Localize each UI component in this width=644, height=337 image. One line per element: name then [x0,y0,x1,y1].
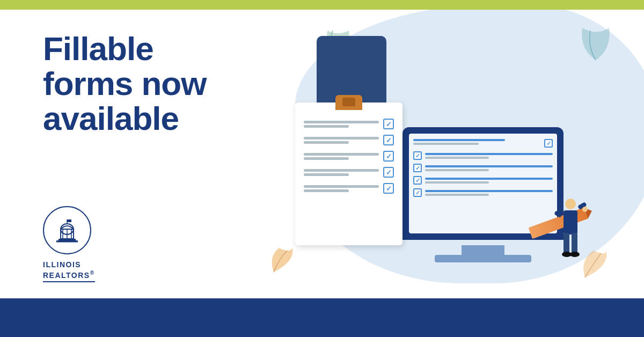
logo-title-line2: REALTORS® [43,269,95,280]
monitor-line [425,190,553,192]
form-row-2: ✓ [304,135,394,145]
monitor-checkbox-3: ✓ [413,176,422,185]
monitor-checkbox-4: ✓ [413,188,422,197]
form-line [304,169,379,172]
monitor-line [413,143,479,145]
checkmark-5: ✓ [386,185,392,192]
monitor-lines [425,153,553,159]
monitor-checkmark-4: ✓ [415,189,420,196]
monitor-checkbox-2: ✓ [413,164,422,172]
form-row-1: ✓ [304,119,394,129]
logo-underline [43,281,95,282]
logo-title-line1: ILLINOIS [43,260,95,269]
svg-point-11 [565,199,576,209]
logo-capitol-icon [51,214,83,246]
person-figure [552,194,589,264]
headline-line3: available [43,100,179,137]
monitor-checkmark-3: ✓ [415,177,420,184]
main-content: Fillable forms now available [0,10,644,298]
form-line [304,137,379,140]
form-line-short [304,173,349,176]
monitor-form-row-3: ✓ [413,176,553,185]
form-line-short [304,189,349,192]
monitor-line [413,139,505,141]
monitor-form-row-2: ✓ [413,164,553,172]
logo-text-block: ILLINOIS REALTORS® [43,260,95,282]
monitor-form-row-1: ✓ [413,151,553,160]
headline-text: Fillable forms now available [43,31,225,136]
form-line [304,121,379,123]
svg-point-16 [570,252,580,257]
monitor-checkmark-1: ✓ [415,152,420,159]
clipboard-board: ✓ ✓ [295,102,402,245]
logo-circle [43,206,91,254]
svg-rect-5 [67,219,71,222]
monitor-line-short [425,194,489,196]
headline-line2: forms now [43,65,206,102]
svg-point-19 [582,207,588,212]
logo-area: ILLINOIS REALTORS® [43,206,225,282]
monitor-screen: ✓ ✓ [402,127,564,240]
checkmark-3: ✓ [386,153,392,160]
svg-rect-13 [564,233,569,254]
monitor-line-short [425,157,489,159]
monitor-line [425,153,553,155]
leaf-bottom-left [268,245,295,277]
top-accent-bar [0,0,644,10]
svg-rect-12 [564,210,577,235]
svg-rect-2 [58,239,76,240]
bottom-accent-bar [0,298,644,337]
monitor-line-short [425,169,489,171]
right-panel: ✓ ✓ [225,10,644,298]
form-row-4: ✓ [304,167,394,178]
monitor-line [425,178,553,180]
monitor-lines [425,190,553,196]
monitor-checkmark-2: ✓ [415,165,420,172]
form-row-5: ✓ [304,183,394,194]
form-line-short [304,125,349,128]
svg-rect-14 [572,233,577,254]
illustration: ✓ ✓ [252,20,617,288]
monitor-base [435,255,531,262]
checkbox-5: ✓ [383,183,394,194]
svg-rect-17 [554,210,562,218]
monitor-form-row-4: ✓ [413,188,553,197]
form-line-short [304,141,349,144]
monitor-checkbox-1: ✓ [413,151,422,160]
monitor: ✓ ✓ [392,127,574,267]
monitor-checkmark: ✓ [546,140,551,147]
monitor-line [425,165,553,167]
left-panel: Fillable forms now available [0,10,225,298]
form-lines [304,121,379,128]
form-lines [304,169,379,176]
checkbox-3: ✓ [383,151,394,162]
monitor-inner: ✓ ✓ [409,134,557,233]
headline-line1: Fillable [43,30,153,67]
clipboard: ✓ ✓ [295,95,402,245]
form-line [304,185,379,188]
checkbox-4: ✓ [383,167,394,178]
form-lines [304,153,379,160]
monitor-line-short [425,181,489,184]
monitor-checkbox-top: ✓ [544,139,553,148]
checkmark-4: ✓ [386,169,392,176]
monitor-top-row: ✓ [413,139,553,148]
form-row-3: ✓ [304,151,394,162]
form-line [304,153,379,156]
monitor-stand [462,245,504,256]
headline-block: Fillable forms now available [43,31,225,136]
form-lines [304,185,379,192]
checkbox-1: ✓ [383,119,394,129]
leaf-top-right [574,23,612,65]
form-lines [304,137,379,144]
monitor-lines [425,165,553,171]
checkbox-2: ✓ [383,135,394,145]
clipboard-clip [342,98,355,106]
form-line-short [304,157,349,160]
checkmark-1: ✓ [386,121,392,128]
monitor-lines [425,178,553,184]
checkmark-2: ✓ [386,137,392,144]
